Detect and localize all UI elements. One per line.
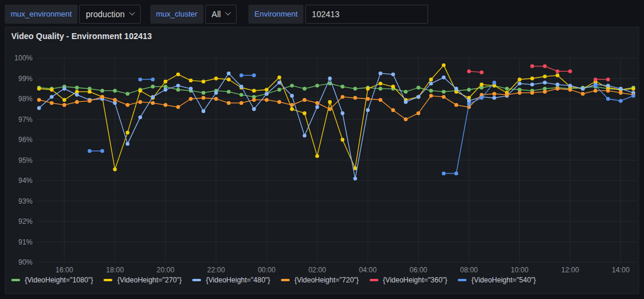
- data-point[interactable]: [138, 100, 142, 104]
- data-point[interactable]: [101, 149, 104, 153]
- data-point[interactable]: [126, 92, 130, 95]
- data-point[interactable]: [606, 89, 610, 92]
- data-point[interactable]: [442, 63, 445, 67]
- data-point[interactable]: [530, 76, 534, 80]
- data-point[interactable]: [442, 172, 445, 175]
- data-point[interactable]: [113, 168, 116, 171]
- data-point[interactable]: [252, 107, 255, 111]
- data-point[interactable]: [378, 87, 382, 91]
- data-point[interactable]: [277, 100, 281, 104]
- data-point[interactable]: [530, 65, 534, 68]
- data-point[interactable]: [277, 76, 281, 79]
- data-point[interactable]: [568, 69, 572, 73]
- data-point[interactable]: [404, 100, 407, 104]
- data-point[interactable]: [480, 83, 483, 86]
- data-point[interactable]: [113, 98, 116, 102]
- legend-item-videoheight-270[interactable]: {VideoHeight="270"}: [103, 276, 182, 284]
- data-point[interactable]: [632, 94, 635, 98]
- data-point[interactable]: [88, 90, 91, 94]
- data-point[interactable]: [50, 88, 53, 91]
- data-point[interactable]: [151, 78, 154, 81]
- data-point[interactable]: [429, 82, 433, 85]
- data-point[interactable]: [315, 154, 319, 157]
- data-point[interactable]: [341, 111, 344, 115]
- mux-cluster-dropdown[interactable]: All: [205, 5, 237, 24]
- data-point[interactable]: [189, 97, 192, 101]
- data-point[interactable]: [517, 91, 521, 95]
- legend-item-videoheight-720[interactable]: {VideoHeight="720"}: [281, 276, 359, 284]
- data-point[interactable]: [505, 93, 509, 97]
- data-point[interactable]: [366, 97, 370, 101]
- data-point[interactable]: [240, 85, 243, 88]
- data-point[interactable]: [176, 83, 180, 87]
- data-point[interactable]: [176, 105, 180, 109]
- data-point[interactable]: [176, 72, 180, 76]
- data-point[interactable]: [530, 83, 534, 86]
- data-point[interactable]: [341, 95, 344, 98]
- data-point[interactable]: [619, 91, 622, 95]
- data-point[interactable]: [606, 97, 610, 101]
- data-point[interactable]: [404, 117, 407, 121]
- data-point[interactable]: [328, 100, 332, 104]
- data-point[interactable]: [416, 111, 420, 115]
- data-point[interactable]: [404, 90, 407, 94]
- data-point[interactable]: [63, 87, 66, 91]
- data-point[interactable]: [543, 65, 546, 68]
- data-point[interactable]: [454, 87, 458, 91]
- data-point[interactable]: [391, 85, 395, 88]
- data-point[interactable]: [37, 98, 41, 102]
- data-point[interactable]: [252, 98, 255, 102]
- data-point[interactable]: [277, 88, 281, 91]
- data-point[interactable]: [290, 83, 294, 87]
- data-point[interactable]: [50, 95, 53, 98]
- data-point[interactable]: [568, 83, 572, 87]
- data-point[interactable]: [240, 101, 243, 105]
- data-point[interactable]: [328, 107, 332, 111]
- data-point[interactable]: [101, 95, 104, 98]
- data-point[interactable]: [227, 72, 231, 75]
- data-point[interactable]: [429, 78, 433, 81]
- data-point[interactable]: [391, 108, 395, 112]
- data-point[interactable]: [517, 82, 521, 85]
- data-point[interactable]: [138, 115, 142, 119]
- data-point[interactable]: [493, 81, 496, 84]
- data-point[interactable]: [632, 87, 635, 91]
- data-point[interactable]: [202, 80, 205, 83]
- data-point[interactable]: [391, 72, 395, 76]
- timeseries-chart[interactable]: 100%99%98%97%96%95%94%93%92%91%90%16:001…: [5, 45, 639, 276]
- data-point[interactable]: [442, 90, 445, 94]
- data-point[interactable]: [37, 106, 41, 110]
- data-point[interactable]: [517, 78, 521, 81]
- data-point[interactable]: [556, 69, 559, 73]
- data-point[interactable]: [341, 85, 344, 88]
- data-point[interactable]: [277, 81, 281, 84]
- data-point[interactable]: [126, 131, 130, 134]
- data-point[interactable]: [467, 88, 471, 91]
- panel-title[interactable]: Video Quality - Environment 102413: [11, 31, 152, 41]
- legend-item-videoheight-360[interactable]: {VideoHeight="360"}: [370, 276, 448, 284]
- data-point[interactable]: [176, 88, 180, 91]
- data-point[interactable]: [303, 134, 306, 137]
- data-point[interactable]: [138, 89, 142, 92]
- data-point[interactable]: [315, 105, 319, 109]
- data-point[interactable]: [442, 76, 445, 79]
- environment-input[interactable]: [305, 5, 428, 24]
- data-point[interactable]: [543, 90, 546, 94]
- data-point[interactable]: [252, 73, 255, 77]
- data-point[interactable]: [353, 176, 357, 180]
- data-point[interactable]: [126, 142, 130, 146]
- data-point[interactable]: [164, 88, 167, 91]
- data-point[interactable]: [126, 103, 130, 107]
- data-point[interactable]: [113, 89, 116, 92]
- data-point[interactable]: [138, 78, 142, 81]
- data-point[interactable]: [164, 103, 167, 107]
- data-point[interactable]: [189, 87, 192, 91]
- data-point[interactable]: [328, 76, 332, 80]
- data-point[interactable]: [454, 103, 458, 107]
- data-point[interactable]: [594, 78, 597, 81]
- data-point[interactable]: [37, 87, 41, 91]
- data-point[interactable]: [189, 79, 192, 82]
- data-point[interactable]: [290, 103, 294, 107]
- data-point[interactable]: [442, 95, 445, 98]
- legend-item-videoheight-540[interactable]: {VideoHeight="540"}: [458, 276, 536, 284]
